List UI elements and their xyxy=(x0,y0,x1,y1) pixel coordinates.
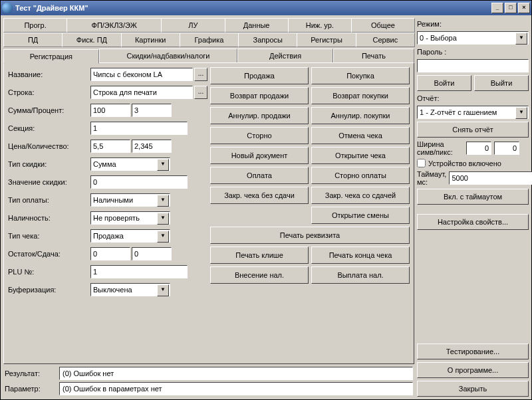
properties-button[interactable]: Настройка свойств... xyxy=(417,214,529,230)
close-button[interactable]: × xyxy=(518,3,530,13)
storno-button[interactable]: Сторно xyxy=(210,127,309,144)
sum-input-2[interactable] xyxy=(132,104,172,117)
timeout-label: Таймаут, мс: xyxy=(417,170,446,186)
menu-fiscpd[interactable]: Фиск. ПД xyxy=(62,33,121,47)
pay-type-select[interactable]: Наличными xyxy=(90,193,170,207)
cash-label: Наличность: xyxy=(8,214,89,222)
line-label: Строка: xyxy=(8,88,89,96)
menu-registers[interactable]: Регистры xyxy=(297,33,356,47)
buf-label: Буферизация: xyxy=(8,286,89,294)
param-output xyxy=(59,382,413,395)
menu-fp[interactable]: ФП/ЭКЛЗ/ЭЖ xyxy=(66,18,162,33)
name-input[interactable] xyxy=(90,68,193,81)
width-px-input[interactable] xyxy=(494,142,519,155)
name-browse-button[interactable]: ... xyxy=(194,68,207,81)
footer: Результат: Параметр: xyxy=(3,364,414,397)
disc-type-select[interactable]: Сумма xyxy=(90,157,170,171)
menu-pics[interactable]: Картинки xyxy=(121,33,180,47)
tab-actions[interactable]: Действия xyxy=(237,49,333,63)
report-select[interactable]: 1 - Z-отчёт с гашением xyxy=(417,106,529,119)
about-button[interactable]: О программе... xyxy=(417,362,529,378)
storno-pay-button[interactable]: Сторно оплаты xyxy=(311,167,410,184)
menu-data[interactable]: Данные xyxy=(225,18,289,33)
disc-val-input[interactable] xyxy=(90,175,188,189)
timeout-on-button[interactable]: Вкл. с таймаутом xyxy=(417,189,529,205)
width-label: Ширина симв/пикс: xyxy=(417,140,464,156)
open-check-button[interactable]: Открытие чека xyxy=(311,147,410,164)
logout-button[interactable]: Выйти xyxy=(474,75,529,91)
cash-in-button[interactable]: Внесение нал. xyxy=(210,266,309,284)
testing-button[interactable]: Тестирование... xyxy=(417,344,529,359)
check-type-select[interactable]: Продажа xyxy=(90,229,170,243)
payment-button[interactable]: Оплата xyxy=(210,167,309,184)
print-cliche-button[interactable]: Печать клише xyxy=(210,247,309,264)
titlebar: Тест "Драйвер ККМ" _ □ × xyxy=(1,1,531,15)
tab-print[interactable]: Печать xyxy=(333,49,414,63)
minimize-button[interactable]: _ xyxy=(491,3,503,13)
menu-pd[interactable]: ПД xyxy=(3,33,63,47)
menu-row-1: Прогр. ФП/ЭКЛЗ/ЭЖ ЛУ Данные Ниж. ур. Общ… xyxy=(3,18,414,33)
menu-service[interactable]: Сервис xyxy=(356,33,415,47)
actions-area: Продажа Возврат продажи Аннулир. продажи… xyxy=(210,67,410,359)
timeout-input[interactable] xyxy=(449,171,532,185)
password-label: Пароль : xyxy=(417,47,529,56)
login-button[interactable]: Войти xyxy=(417,75,471,91)
side-panel: Режим: 0 - Выбора Пароль : Войти Выйти О… xyxy=(417,18,529,397)
rest-input-1[interactable] xyxy=(90,247,130,260)
password-input[interactable] xyxy=(417,59,529,72)
new-doc-button[interactable]: Новый документ xyxy=(210,147,309,164)
menu-lowlvl[interactable]: Ниж. ур. xyxy=(288,18,352,33)
plu-input[interactable] xyxy=(90,265,188,278)
menu-lu[interactable]: ЛУ xyxy=(161,18,225,33)
menu-graphics[interactable]: Графика xyxy=(180,33,239,47)
form-column: Название:... Строка:... Сумма/Процент: С… xyxy=(8,67,207,359)
device-on-checkbox[interactable]: Устройство включено xyxy=(417,159,529,167)
rest-input-2[interactable] xyxy=(132,247,172,260)
section-label: Секция: xyxy=(8,124,89,132)
sale-return-button[interactable]: Возврат продажи xyxy=(210,87,309,104)
plu-label: PLU №: xyxy=(8,268,89,276)
line-input[interactable] xyxy=(90,86,193,99)
purchase-button[interactable]: Покупка xyxy=(311,67,410,84)
purchase-return-button[interactable]: Возврат покупки xyxy=(311,87,410,104)
sale-button[interactable]: Продажа xyxy=(210,67,309,84)
menu-queries[interactable]: Запросы xyxy=(238,33,297,47)
qty-input[interactable] xyxy=(132,140,172,153)
close-app-button[interactable]: Закрыть xyxy=(417,381,529,397)
app-icon xyxy=(2,3,13,13)
line-browse-button[interactable]: ... xyxy=(194,86,207,99)
cancel-check-button[interactable]: Отмена чека xyxy=(311,127,410,144)
tab-discounts[interactable]: Скидки/надбавки/налоги xyxy=(99,49,238,63)
purchase-annul-button[interactable]: Аннулир. покупки xyxy=(311,107,410,124)
disc-val-label: Значение скидки: xyxy=(8,178,89,186)
rest-label: Остаток/Сдача: xyxy=(8,250,89,258)
section-input[interactable] xyxy=(90,122,188,135)
tab-content: Название:... Строка:... Сумма/Процент: С… xyxy=(3,62,414,364)
price-label: Цена/Количество: xyxy=(8,142,89,150)
cash-out-button[interactable]: Выплата нал. xyxy=(311,266,410,284)
tab-row: Регистрация Скидки/надбавки/налоги Дейст… xyxy=(3,49,414,63)
close-nochange-button[interactable]: Закр. чека без сдачи xyxy=(210,187,309,204)
sum-input-1[interactable] xyxy=(90,104,130,117)
window-title: Тест "Драйвер ККМ" xyxy=(15,4,491,12)
menu-progr[interactable]: Прогр. xyxy=(3,18,67,33)
mode-select[interactable]: 0 - Выбора xyxy=(417,31,529,45)
tab-registration[interactable]: Регистрация xyxy=(3,49,99,64)
check-type-label: Тип чека: xyxy=(8,232,89,240)
open-shift-button[interactable]: Открытие смены xyxy=(311,207,410,224)
mode-label: Режим: xyxy=(417,19,529,29)
price-input[interactable] xyxy=(90,140,130,153)
width-chars-input[interactable] xyxy=(466,142,491,155)
sum-label: Сумма/Процент: xyxy=(8,106,89,114)
print-end-button[interactable]: Печать конца чека xyxy=(311,247,410,264)
sale-annul-button[interactable]: Аннулир. продажи xyxy=(210,107,309,124)
maximize-button[interactable]: □ xyxy=(505,3,517,13)
close-change-button[interactable]: Закр. чека со сдачей xyxy=(311,187,410,204)
cash-select[interactable]: Не проверять xyxy=(90,211,170,225)
name-label: Название: xyxy=(8,70,89,78)
menu-common[interactable]: Общее xyxy=(351,18,415,33)
pay-type-label: Тип оплаты: xyxy=(8,196,89,204)
param-label: Параметр: xyxy=(5,385,57,393)
make-report-button[interactable]: Снять отчёт xyxy=(417,122,529,138)
buf-select[interactable]: Выключена xyxy=(90,283,170,296)
